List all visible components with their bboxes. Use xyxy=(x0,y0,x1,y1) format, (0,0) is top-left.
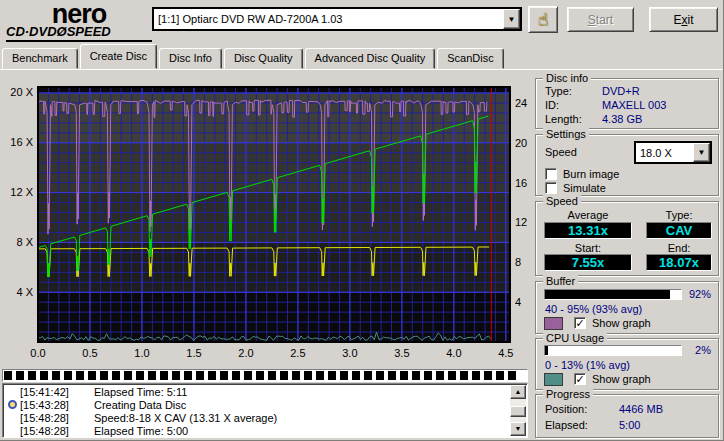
speed-type-display: CAV xyxy=(646,222,712,239)
start-speed-display: 7.55x xyxy=(544,254,632,271)
simulate-label: Simulate xyxy=(563,182,606,194)
drive-select-value: [1:1] Optiarc DVD RW AD-7200A 1.03 xyxy=(154,13,503,25)
disc-id-value: MAXELL 003 xyxy=(602,99,666,111)
cd-dvd-speed-logo-text: CD·DVDØSPEED xyxy=(6,26,152,38)
buffer-group: Buffer 92% 40 - 95% (93% avg) ✓Show grap… xyxy=(535,281,719,334)
disc-info-group: Disc info Type:DVD+R ID:MAXELL 003 Lengt… xyxy=(535,78,719,129)
tab-disc-info[interactable]: Disc Info xyxy=(159,48,222,69)
tab-scandisc[interactable]: ScanDisc xyxy=(437,48,503,69)
right-axis-tick: 8 xyxy=(515,256,521,268)
scrollbar-thumb[interactable] xyxy=(510,406,526,417)
scroll-down-button[interactable]: ▼ xyxy=(510,422,526,436)
buffer-show-graph-label: Show graph xyxy=(592,317,651,329)
settings-title: Settings xyxy=(543,128,589,140)
speed-select-dropdown-button[interactable]: ▼ xyxy=(693,143,710,162)
x-axis-tick: 1.5 xyxy=(186,347,201,359)
x-axis-tick: 2.5 xyxy=(290,347,305,359)
end-speed-label: End: xyxy=(646,242,712,254)
position-label: Position: xyxy=(545,403,619,415)
arrow-up-icon: ▲ xyxy=(515,388,522,395)
speed-chart: 20 X16 X12 X8 X4 X24201612840.00.51.01.5… xyxy=(0,74,534,366)
nero-cd-dvd-speed-window: nero CD·DVDØSPEED [1:1] Optiarc DVD RW A… xyxy=(0,0,724,441)
x-axis-tick: 2.0 xyxy=(238,347,253,359)
progress-group: Progress Position:4466 MB Elapsed:5:00 xyxy=(535,394,719,438)
disc-info-title: Disc info xyxy=(543,72,591,84)
buffer-percent: 92% xyxy=(689,288,711,300)
log-entry: [15:48:28]Speed:8-18 X CAV (13.31 X aver… xyxy=(5,412,509,425)
speed-select-value: 18.0 X xyxy=(636,147,693,159)
nero-logo-text: nero xyxy=(6,2,152,26)
right-axis-tick: 16 xyxy=(515,177,527,189)
log-entry: [15:48:28]Elapsed Time: 5:00 xyxy=(5,425,509,438)
cpu-show-graph-label: Show graph xyxy=(592,373,651,385)
scroll-up-button[interactable]: ▲ xyxy=(510,385,526,399)
log-entry: [15:41:42]Elapsed Time: 5:11 xyxy=(5,386,509,399)
nero-logo: nero CD·DVDØSPEED xyxy=(6,2,152,42)
speed-type-label: Type: xyxy=(646,209,712,221)
burn-image-checkbox[interactable] xyxy=(545,168,557,180)
log-entry: [15:43:28]Creating Data Disc xyxy=(5,399,509,412)
log-box[interactable]: [15:41:42]Elapsed Time: 5:11 [15:43:28]C… xyxy=(2,383,528,438)
x-axis-tick: 4.5 xyxy=(498,347,513,359)
cpu-series-swatch xyxy=(544,373,563,386)
right-axis-tick: 24 xyxy=(515,97,527,109)
right-axis-tick: 4 xyxy=(515,296,521,308)
cpu-usage-title: CPU Usage xyxy=(543,332,607,344)
speed-title: Speed xyxy=(543,195,581,207)
disc-type-label: Type: xyxy=(545,85,602,97)
tab-create-disc[interactable]: Create Disc xyxy=(80,44,157,69)
chevron-down-icon: ▼ xyxy=(508,15,516,24)
simulate-checkbox[interactable] xyxy=(545,182,557,194)
arrow-down-icon: ▼ xyxy=(515,425,522,432)
x-axis-tick: 0.0 xyxy=(30,347,45,359)
x-axis-tick: 3.0 xyxy=(342,347,357,359)
drive-select-dropdown-button[interactable]: ▼ xyxy=(503,9,520,29)
buffer-title: Buffer xyxy=(543,275,578,287)
exit-button[interactable]: Exit xyxy=(649,7,718,32)
disc-type-value: DVD+R xyxy=(602,85,640,97)
tab-benchmark[interactable]: Benchmark xyxy=(2,48,78,69)
buffer-show-graph-checkbox[interactable]: ✓ xyxy=(574,317,586,329)
progress-title: Progress xyxy=(543,388,593,400)
hand-icon: ☝ xyxy=(538,11,548,28)
log-scrollbar[interactable]: ▲ ▼ xyxy=(510,385,526,436)
buffer-meter xyxy=(544,289,682,300)
disc-id-label: ID: xyxy=(545,99,602,111)
cpu-usage-group: CPU Usage 2% 0 - 13% (1% avg) ✓Show grap… xyxy=(535,338,719,390)
average-speed-label: Average xyxy=(544,209,632,221)
x-axis-tick: 0.5 xyxy=(82,347,97,359)
settings-group: Settings Speed 18.0 X ▼ Burn image Simul… xyxy=(535,134,719,196)
tab-advanced-disc-quality[interactable]: Advanced Disc Quality xyxy=(305,48,436,69)
disc-length-value: 4.38 GB xyxy=(602,113,642,125)
elapsed-value: 5:00 xyxy=(619,419,640,431)
x-axis-tick: 3.5 xyxy=(394,347,409,359)
chevron-down-icon: ▼ xyxy=(698,148,706,157)
right-axis-tick: 12 xyxy=(515,216,527,228)
tab-bar: Benchmark Create Disc Disc Info Disc Qua… xyxy=(2,46,506,69)
cpu-range: 0 - 13% (1% avg) xyxy=(545,359,712,371)
start-button[interactable]: Start xyxy=(567,7,634,32)
tab-disc-quality[interactable]: Disc Quality xyxy=(224,48,303,69)
left-axis-tick: 4 X xyxy=(16,286,33,298)
disc-length-label: Length: xyxy=(545,113,602,125)
x-axis-tick: 1.0 xyxy=(134,347,149,359)
end-speed-display: 18.07x xyxy=(646,254,712,271)
buffer-series-swatch xyxy=(544,317,563,330)
elapsed-label: Elapsed: xyxy=(545,419,619,431)
cpu-percent: 2% xyxy=(695,344,711,356)
average-speed-display: 13.31x xyxy=(544,222,632,239)
right-axis-tick: 20 xyxy=(515,137,527,149)
speed-select-combo[interactable]: 18.0 X ▼ xyxy=(634,141,712,164)
speed-setting-label: Speed xyxy=(545,146,577,158)
cpu-show-graph-checkbox[interactable]: ✓ xyxy=(574,373,586,385)
start-speed-label: Start: xyxy=(544,242,632,254)
speed-group: Speed Average Type: 13.31x CAV Start: En… xyxy=(535,201,719,276)
drive-select-combo[interactable]: [1:1] Optiarc DVD RW AD-7200A 1.03 ▼ xyxy=(152,7,522,31)
cpu-meter xyxy=(544,345,682,356)
buffer-range: 40 - 95% (93% avg) xyxy=(545,303,712,315)
disc-glyph-icon: Ø xyxy=(57,24,67,39)
writing-disc-icon xyxy=(8,400,17,409)
eject-hand-button[interactable]: ☝ xyxy=(528,6,558,33)
write-progress-bar xyxy=(2,369,528,382)
burn-image-label: Burn image xyxy=(563,168,619,180)
